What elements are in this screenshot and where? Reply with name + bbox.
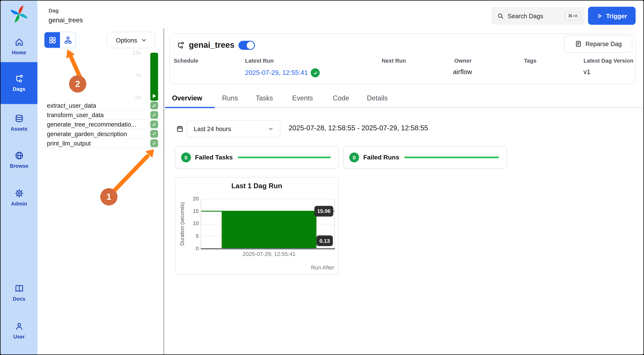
- dag-run-duration-bar[interactable]: [150, 53, 158, 101]
- airflow-window: Home Dags Assets Browse: [0, 0, 644, 355]
- task-name[interactable]: extract_user_data: [47, 102, 96, 109]
- task-name[interactable]: transform_user_data: [47, 112, 104, 119]
- task-success-icon[interactable]: ✓: [150, 139, 158, 147]
- task-name[interactable]: print_llm_output: [47, 140, 91, 147]
- trigger-button[interactable]: Trigger: [588, 7, 636, 25]
- task-row[interactable]: generate_garden_description ✓: [38, 129, 164, 138]
- breadcrumb: Dag: [48, 8, 58, 14]
- field-label-owner: Owner: [454, 58, 472, 64]
- task-success-icon[interactable]: ✓: [150, 102, 158, 109]
- sidebar-item-label: Admin: [11, 201, 27, 207]
- chart-plot-area: 20 15 10 5 0 15.06 0.13 2025-07-29, 12:5…: [201, 199, 335, 249]
- sidebar-item-browse[interactable]: Browse: [0, 143, 38, 177]
- search-input[interactable]: Search Dags ⌘+K: [491, 7, 585, 25]
- tab-events[interactable]: Events: [292, 94, 313, 102]
- dag-enabled-toggle[interactable]: [238, 41, 255, 50]
- sidebar-item-label: Home: [12, 50, 26, 56]
- view-toggle-group: [44, 32, 76, 48]
- chevron-down-icon: [268, 126, 273, 131]
- sidebar-item-dags[interactable]: Dags: [0, 62, 38, 104]
- grid-icon: [48, 36, 56, 44]
- tab-overview[interactable]: Overview: [172, 94, 202, 102]
- field-label-next-run: Next Run: [382, 58, 406, 64]
- sidebar-item-assets[interactable]: Assets: [0, 106, 38, 140]
- graph-icon: [64, 36, 72, 44]
- sidebar-item-user[interactable]: User: [0, 313, 38, 348]
- failed-runs-card: 0 Failed Runs: [343, 146, 507, 168]
- queued-label-chip: 0.13: [316, 235, 333, 246]
- task-row[interactable]: transform_user_data ✓: [38, 110, 164, 120]
- sidebar-item-admin[interactable]: Admin: [0, 180, 38, 215]
- failed-tasks-label: Failed Tasks: [195, 154, 233, 161]
- failed-tasks-count: 0: [181, 153, 191, 162]
- latest-run-link[interactable]: 2025-07-29, 12:55:41: [245, 68, 320, 77]
- dag-icon: [176, 41, 185, 49]
- sidebar-item-label: Assets: [11, 126, 28, 132]
- dag-version-value: v1: [584, 68, 590, 76]
- airflow-logo[interactable]: [10, 5, 28, 24]
- failed-runs-label: Failed Runs: [363, 154, 399, 161]
- graph-view-button[interactable]: [60, 32, 76, 48]
- sidebar-item-label: Browse: [10, 163, 28, 169]
- task-success-icon[interactable]: ✓: [150, 111, 158, 119]
- task-name[interactable]: generate_tree_recommendatio...: [47, 121, 136, 128]
- x-axis-line: [201, 248, 335, 249]
- dags-icon: [14, 74, 24, 84]
- time-range-select[interactable]: Last 24 hours: [187, 120, 280, 137]
- duration-tick: 15s: [124, 50, 141, 56]
- tab-code[interactable]: Code: [333, 94, 349, 102]
- tab-tasks[interactable]: Tasks: [256, 94, 273, 102]
- duration-tick: 0s: [124, 95, 141, 100]
- task-name[interactable]: generate_garden_description: [47, 130, 127, 137]
- page-title: genai_trees: [48, 17, 83, 24]
- dag-title: genai_trees: [189, 41, 234, 50]
- duration-tick: 7s: [124, 72, 141, 78]
- reparse-dag-button[interactable]: Reparse Dag: [564, 35, 632, 53]
- chart-title: Last 1 Dag Run: [175, 182, 338, 190]
- search-shortcut-badge: ⌘+K: [566, 12, 580, 20]
- annotation-badge-2: 2: [69, 75, 86, 93]
- duration-label-chip: 15.06: [314, 206, 333, 217]
- play-icon: [597, 13, 603, 19]
- search-placeholder: Search Dags: [508, 12, 566, 19]
- field-label-tags: Tags: [524, 58, 536, 64]
- search-icon: [497, 12, 504, 19]
- field-label-latest-run: Latest Run: [245, 58, 274, 64]
- failed-runs-count: 0: [349, 153, 359, 162]
- dag-header-card: genai_trees Reparse Dag Schedule Latest …: [170, 34, 636, 84]
- gear-icon: [14, 189, 24, 198]
- time-range-text: 2025-07-28, 12:58:55 - 2025-07-29, 12:58…: [288, 124, 428, 132]
- x-tick-label: 2025-07-29, 12:55:41: [222, 251, 316, 257]
- y-tick: 15: [185, 208, 198, 214]
- dag-detail-panel: genai_trees Reparse Dag Schedule Latest …: [164, 28, 644, 355]
- reparse-icon: [575, 41, 582, 47]
- task-list: extract_user_data ✓ transform_user_data …: [38, 101, 164, 148]
- grid-panel: Options 15s 7s 0s extract_user_data ✓ tr…: [38, 28, 164, 355]
- sidebar-item-docs[interactable]: Docs: [0, 276, 38, 310]
- y-axis-label: Duration (seconds): [180, 199, 185, 249]
- dag-run-bar[interactable]: [222, 211, 316, 249]
- chevron-down-icon: [141, 37, 146, 43]
- task-row[interactable]: print_llm_output ✓: [38, 139, 164, 148]
- task-row[interactable]: extract_user_data ✓: [38, 101, 164, 110]
- grid-view-button[interactable]: [44, 32, 60, 48]
- task-success-icon[interactable]: ✓: [150, 130, 158, 138]
- tab-runs[interactable]: Runs: [222, 94, 238, 102]
- task-success-icon[interactable]: ✓: [150, 121, 158, 128]
- globe-icon: [14, 151, 24, 160]
- topbar: Dag genai_trees Search Dags ⌘+K Trigger: [38, 1, 644, 28]
- sidebar: Home Dags Assets Browse: [0, 1, 38, 355]
- options-button[interactable]: Options: [107, 32, 156, 48]
- failed-runs-sparkline: [404, 157, 499, 158]
- tab-details[interactable]: Details: [367, 94, 388, 102]
- book-icon: [14, 284, 24, 293]
- y-tick: 5: [185, 233, 198, 239]
- x-axis-title: Run After: [311, 264, 334, 271]
- home-icon: [14, 38, 24, 47]
- task-row[interactable]: generate_tree_recommendatio... ✓: [38, 120, 164, 129]
- y-tick: 10: [185, 220, 198, 226]
- database-icon: [14, 114, 24, 123]
- sidebar-item-home[interactable]: Home: [0, 32, 38, 61]
- success-check-icon: [311, 68, 320, 77]
- user-icon: [14, 322, 24, 331]
